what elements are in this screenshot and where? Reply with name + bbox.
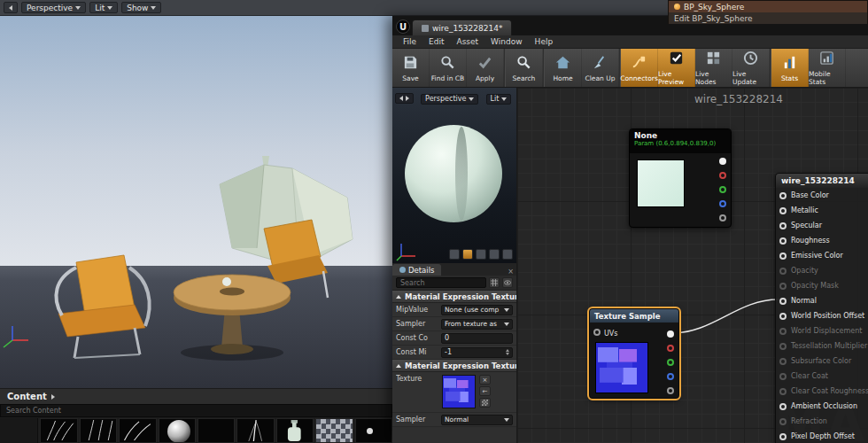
menu-file[interactable]: File [403, 37, 416, 46]
material-pin-opacity-mask[interactable]: Opacity Mask [776, 278, 868, 293]
property-label: Const Mi [396, 348, 438, 356]
material-result-node[interactable]: wire_153228214 Base Color Metallic Specu… [775, 173, 868, 443]
filter-grid-icon[interactable] [489, 277, 500, 288]
clean-up-button[interactable]: Clean Up [582, 49, 619, 87]
preview-lit-dropdown[interactable]: Lit [486, 94, 512, 105]
sphere-shape-button[interactable] [462, 249, 473, 260]
material-pin-pixel-depth-offset[interactable]: Pixel Depth Offset [776, 429, 868, 443]
editor-tab[interactable]: wire_153228214* [412, 19, 512, 35]
find-in-cb-button[interactable]: Find in CB [430, 49, 467, 87]
material-pin-world-displacement[interactable]: World Displacement [776, 323, 868, 338]
details-tab[interactable]: Details [392, 264, 441, 276]
material-preview-viewport[interactable]: Perspective Lit [392, 88, 517, 263]
material-pin-clear-coat-roughness[interactable]: Clear Coat Roughness [776, 384, 868, 399]
sampler-source-dropdown[interactable]: From texture as [441, 319, 513, 330]
texture-thumbnail[interactable] [442, 375, 476, 408]
section-header-texture-base[interactable]: Material Expression Texture B [392, 360, 516, 372]
material-pin-emissive-color[interactable]: Emissive Color [776, 248, 868, 263]
material-pin-subsurface-color[interactable]: Subsurface Color [776, 354, 868, 369]
asset-thumbnail[interactable] [80, 418, 117, 443]
eye-icon[interactable] [502, 277, 513, 288]
clear-texture-button[interactable] [479, 375, 491, 385]
material-pin-clear-coat[interactable]: Clear Coat [776, 369, 868, 384]
menu-item-bp-sky-sphere[interactable]: BP_Sky_Sphere [669, 1, 867, 12]
apply-button[interactable]: Apply [467, 49, 504, 87]
material-pin-ambient-occlusion[interactable]: Ambient Occlusion [776, 399, 868, 414]
viewport-scene [0, 16, 392, 388]
menu-help[interactable]: Help [535, 37, 554, 46]
perspective-label: Perspective [27, 4, 73, 12]
use-selected-button[interactable] [479, 386, 491, 396]
material-pin-metallic[interactable]: Metallic [776, 203, 868, 218]
texture-output-pin-b[interactable] [667, 373, 674, 380]
home-button[interactable]: Home [545, 49, 582, 87]
mesh-shape-button[interactable] [502, 249, 513, 260]
param-output-pin-rgba[interactable] [719, 158, 726, 165]
material-graph-canvas[interactable]: wire_153228214 MA None Param (0.6,0.894,… [517, 88, 868, 443]
material-pin-world-position-offset[interactable]: World Position Offset [776, 308, 868, 323]
param-output-pin-r[interactable] [719, 172, 726, 179]
perspective-dropdown[interactable]: Perspective [21, 2, 86, 13]
live-update-button[interactable]: Live Update [732, 49, 770, 87]
spinner-arrows[interactable] [506, 349, 509, 355]
mobile-stats-button[interactable]: Mobile Stats [809, 49, 846, 87]
menu-window[interactable]: Window [491, 37, 523, 46]
show-dropdown[interactable]: Show [121, 2, 161, 13]
menu-asset[interactable]: Asset [457, 37, 479, 46]
section-header-texture-sample[interactable]: Material Expression Texture S [392, 291, 516, 303]
material-pin-tessellation-multiplier[interactable]: Tessellation Multiplier [776, 338, 868, 354]
const-mip-input[interactable]: -1 [441, 347, 513, 358]
cylinder-shape-button[interactable] [449, 249, 460, 260]
param-output-pin-b[interactable] [719, 200, 726, 207]
asset-thumbnail[interactable] [198, 418, 235, 443]
mipvalue-dropdown[interactable]: None (use comp [441, 305, 513, 315]
search-button[interactable]: Search [506, 49, 543, 87]
close-icon[interactable] [508, 268, 514, 276]
material-pin-refraction[interactable]: Refraction [776, 414, 868, 429]
material-pin-opacity[interactable]: Opacity [776, 263, 868, 278]
live-preview-button[interactable]: Live Preview [658, 49, 695, 87]
connectors-button[interactable]: Connectors [621, 49, 658, 87]
menu-item-edit-bp-sky-sphere[interactable]: Edit BP_Sky_Sphere [669, 12, 867, 24]
texture-output-pin-r[interactable] [667, 345, 674, 352]
content-search-input[interactable] [0, 404, 392, 417]
uvs-input-pin[interactable] [593, 329, 601, 336]
sampler-type-dropdown[interactable]: Normal [441, 415, 513, 425]
asset-thumbnail[interactable] [159, 418, 196, 443]
pin-circle [779, 328, 787, 335]
param-output-pin-a[interactable] [719, 214, 726, 222]
live-nodes-button[interactable]: Live Nodes [695, 49, 732, 87]
param-node[interactable]: None Param (0.6,0.894,0.839,0) [629, 128, 732, 228]
browse-texture-button[interactable] [479, 398, 491, 408]
level-viewport[interactable] [0, 16, 392, 388]
cube-shape-button[interactable] [489, 249, 500, 260]
asset-thumbnail[interactable] [276, 418, 314, 443]
texture-sample-node[interactable]: Texture Sample UVs [589, 308, 679, 399]
sources-panel[interactable] [0, 418, 38, 443]
details-search-input[interactable] [396, 277, 486, 288]
plane-shape-button[interactable] [476, 249, 486, 260]
viewport-options-button[interactable] [4, 2, 18, 13]
material-pin-normal[interactable]: Normal [776, 293, 868, 308]
asset-thumbnail[interactable] [355, 418, 392, 443]
preview-collapse-button[interactable] [395, 93, 414, 104]
lit-dropdown[interactable]: Lit [89, 2, 118, 13]
material-pin-base-color[interactable]: Base Color [776, 188, 868, 203]
texture-output-pin-a[interactable] [667, 387, 674, 394]
content-bar[interactable]: Content [0, 388, 392, 404]
asset-thumbnail[interactable] [40, 418, 77, 443]
material-pin-roughness[interactable]: Roughness [776, 233, 868, 248]
material-pin-specular[interactable]: Specular [776, 218, 868, 233]
param-output-pin-g[interactable] [719, 186, 726, 193]
save-button[interactable]: Save [392, 49, 430, 87]
stats-button[interactable]: Stats [771, 49, 809, 87]
asset-thumbnail[interactable] [119, 418, 156, 443]
preview-perspective-dropdown[interactable]: Perspective [421, 94, 478, 105]
menu-edit[interactable]: Edit [429, 37, 444, 46]
const-coord-input[interactable]: 0 [441, 333, 513, 344]
pin-circle [779, 433, 787, 440]
asset-thumbnail[interactable] [236, 418, 274, 443]
texture-output-pin-g[interactable] [667, 359, 674, 366]
asset-thumbnail[interactable] [315, 418, 353, 443]
texture-output-pin-rgb[interactable] [667, 330, 674, 338]
